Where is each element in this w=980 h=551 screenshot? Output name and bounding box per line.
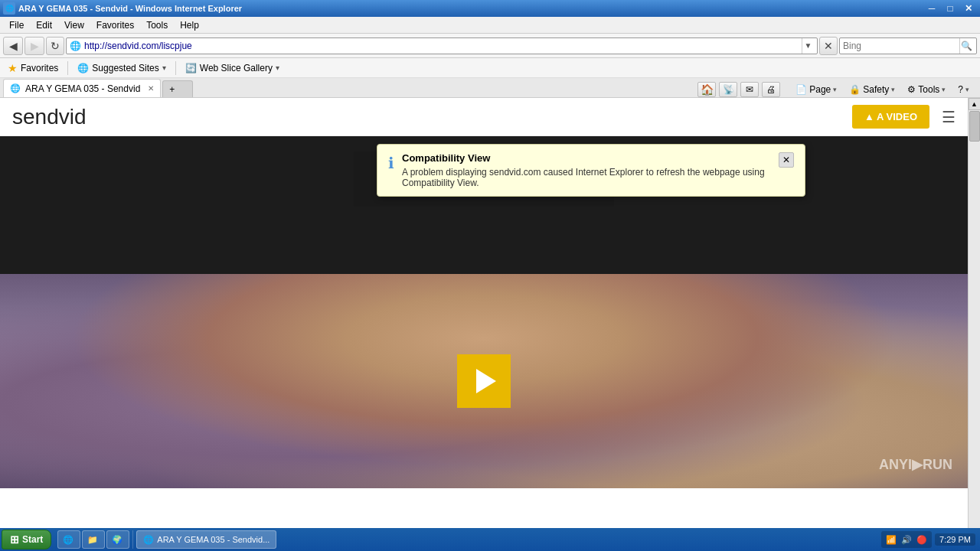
stop-button[interactable]: ✕ [819,37,838,55]
menu-edit[interactable]: Edit [30,18,58,32]
menu-file[interactable]: File [3,18,30,32]
suggested-sites-button[interactable]: 🌐 Suggested Sites ▾ [74,61,168,75]
browser-icon: 🌐 [3,2,15,15]
taskbar-ie-window[interactable]: 🌐 ARA Y GEMA 035 - Sendvid... [136,530,276,549]
new-tab-icon: + [169,84,175,95]
tab-bar: 🌐 ARA Y GEMA 035 - Sendvid ✕ + 🏠 📡 ✉ 🖨 📄… [0,78,980,98]
minimize-button[interactable]: ─ [923,2,940,15]
upload-label: ▲ A VIDEO [864,111,917,122]
menu-view[interactable]: View [58,18,90,32]
search-input[interactable] [843,41,958,51]
taskbar-ie-label: ARA Y GEMA 035 - Sendvid... [157,535,270,544]
title-bar-left: 🌐 ARA Y GEMA 035 - Sendvid - Windows Int… [3,2,242,15]
scroll-thumb[interactable] [969,111,980,142]
home-button[interactable]: 🏠 [697,82,716,97]
page-arrow-icon: ▾ [833,86,837,93]
watermark-text: ANYI▶RUN [879,456,952,473]
sound-icon: 🔊 [901,535,912,545]
help-arrow-icon: ▾ [965,86,969,93]
separator [67,61,68,75]
ie-icon: 🌐 [77,63,89,73]
tab-favicon: 🌐 [10,83,21,94]
folder-quick-icon: 📁 [87,535,98,545]
page-wrapper: sendvid ▲ A VIDEO ☰ upgrading to a web b… [0,98,980,551]
forward-button[interactable]: ▶ [24,37,44,55]
scroll-up-button[interactable]: ▲ [969,98,981,110]
favorites-label: Favorites [21,63,58,73]
play-button[interactable] [457,354,511,408]
favorites-button[interactable]: ★ Favorites [5,60,61,76]
title-bar: 🌐 ARA Y GEMA 035 - Sendvid - Windows Int… [0,0,980,17]
tools-button[interactable]: ⚙ Tools ▾ [903,82,950,97]
tools-arrow-icon: ▾ [942,86,946,93]
chevron-down-icon-2: ▾ [276,64,279,72]
taskbar-separator [132,530,133,549]
mail-button[interactable]: ✉ [740,82,759,97]
hamburger-menu-icon[interactable]: ☰ [942,108,956,126]
title-bar-buttons: ─ □ ✕ [923,2,977,15]
security-tray-icon: 🔴 [916,535,927,545]
compat-description: A problem displaying sendvid.com caused … [402,167,771,188]
window-title: ARA Y GEMA 035 - Sendvid - Windows Inter… [18,4,242,13]
windows-icon: ⊞ [10,533,19,546]
search-go-button[interactable]: 🔍 [959,38,973,54]
start-label: Start [22,534,43,545]
address-dropdown-button[interactable]: ▼ [802,38,814,54]
safety-button[interactable]: 🔒 Safety ▾ [844,82,900,97]
chevron-down-icon: ▾ [162,64,166,72]
compat-text-area: Compatibility View A problem displaying … [402,152,771,188]
new-tab[interactable]: + [162,80,193,97]
web-slice-icon: 🔄 [185,63,197,73]
play-icon [476,369,496,393]
compat-title: Compatibility View [402,152,771,164]
quick-launch-folder[interactable]: 📁 [82,530,105,549]
page-button[interactable]: 📄 Page ▾ [791,82,841,97]
menu-tools[interactable]: Tools [140,18,174,32]
sendvid-page: sendvid ▲ A VIDEO ☰ upgrading to a web b… [0,98,968,551]
tools-label: Tools [918,84,939,95]
favorites-bar: ★ Favorites 🌐 Suggested Sites ▾ 🔄 Web Sl… [0,58,980,78]
system-tray: 📶 🔊 🔴 7:29 PM [878,531,978,548]
safety-arrow-icon: ▾ [891,86,895,93]
address-icon: 🌐 [70,41,81,51]
compatibility-notification: ℹ Compatibility View A problem displayin… [377,144,805,197]
scroll-track[interactable] [969,110,981,539]
sendvid-header: sendvid ▲ A VIDEO ☰ [0,98,968,136]
menu-bar: File Edit View Favorites Tools Help [0,17,980,34]
quick-launch-ie[interactable]: 🌐 [57,530,80,549]
menu-help[interactable]: Help [174,18,205,32]
address-input[interactable] [84,41,799,51]
back-button[interactable]: ◀ [3,37,23,55]
compat-close-button[interactable]: ✕ [779,152,794,168]
active-tab[interactable]: 🌐 ARA Y GEMA 035 - Sendvid ✕ [3,79,161,97]
page-label: Page [809,84,831,95]
tab-title: ARA Y GEMA 035 - Sendvid [25,83,140,94]
print-button[interactable]: 🖨 [762,82,780,97]
notification-area: 📶 🔊 🔴 [881,531,932,548]
ie-quick-icon: 🌐 [63,535,74,545]
separator-2 [175,61,176,75]
close-button[interactable]: ✕ [960,2,977,15]
refresh-button[interactable]: ↻ [46,37,64,55]
tab-close-button[interactable]: ✕ [148,84,154,93]
start-button[interactable]: ⊞ Start [2,530,51,549]
nav-bar: ◀ ▶ ↻ 🌐 ▼ ✕ 🔍 [0,34,980,58]
help-button[interactable]: ? ▾ [953,82,974,97]
menu-favorites[interactable]: Favorites [90,18,140,32]
address-bar: 🌐 ▼ [66,37,818,54]
quick-launch-chrome[interactable]: 🌍 [106,530,129,549]
vertical-scrollbar[interactable]: ▲ ▼ [968,98,980,551]
sendvid-logo: sendvid [12,105,87,129]
maximize-button[interactable]: □ [942,2,959,15]
star-icon: ★ [8,62,18,74]
upload-button[interactable]: ▲ A VIDEO [852,105,929,129]
web-slice-gallery-button[interactable]: 🔄 Web Slice Gallery ▾ [182,61,283,75]
feeds-button[interactable]: 📡 [719,82,737,97]
safety-label: Safety [863,84,889,95]
tools-icon: ⚙ [907,84,916,95]
page-icon: 📄 [795,84,807,95]
suggested-sites-label: Suggested Sites [92,63,158,73]
web-slice-label: Web Slice Gallery [200,63,273,73]
system-clock: 7:29 PM [935,533,975,546]
search-bar: 🔍 [839,37,977,54]
